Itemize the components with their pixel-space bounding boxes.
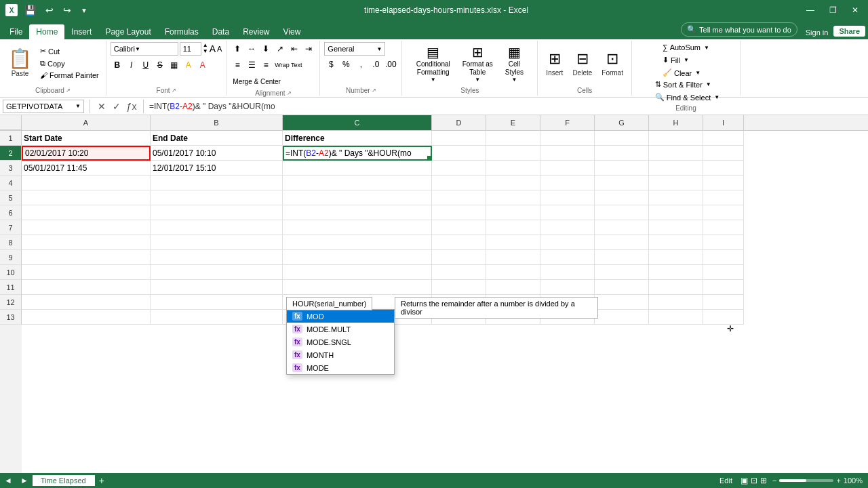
paste-button[interactable]: 📋 Paste: [4, 42, 36, 84]
cell-b11[interactable]: [151, 280, 283, 295]
tab-page-layout[interactable]: Page Layout: [98, 24, 157, 39]
cell-g9[interactable]: [595, 250, 649, 265]
cell-d10[interactable]: [432, 265, 486, 280]
find-select-dropdown[interactable]: ▼: [714, 94, 719, 100]
cell-i13[interactable]: [703, 310, 744, 325]
cell-h2[interactable]: [649, 146, 703, 161]
row-num-6[interactable]: 6: [0, 205, 22, 220]
font-expand-icon[interactable]: ↗: [172, 87, 176, 94]
cell-b7[interactable]: [151, 220, 283, 235]
underline-button[interactable]: U: [139, 58, 153, 72]
cell-i12[interactable]: [703, 295, 744, 310]
cell-h1[interactable]: [649, 131, 703, 146]
number-format-select[interactable]: General ▼: [324, 42, 385, 56]
merge-center-button[interactable]: Merge & Center: [231, 75, 283, 88]
insert-function-button[interactable]: ƒx: [125, 101, 138, 112]
cell-g7[interactable]: [595, 220, 649, 235]
col-header-f[interactable]: F: [540, 115, 595, 130]
cell-e7[interactable]: [486, 220, 540, 235]
sort-filter-dropdown[interactable]: ▼: [706, 81, 711, 87]
cell-d9[interactable]: [432, 250, 486, 265]
grow-font-button[interactable]: A: [210, 43, 216, 54]
autosum-dropdown[interactable]: ▼: [704, 45, 709, 51]
cell-e2[interactable]: [486, 146, 540, 161]
cell-e8[interactable]: [486, 235, 540, 250]
row-num-9[interactable]: 9: [0, 250, 22, 265]
font-size-decrease[interactable]: ▼: [203, 49, 208, 55]
cell-f4[interactable]: [540, 176, 595, 190]
close-button[interactable]: ✕: [848, 4, 863, 16]
cond-format-dropdown[interactable]: ▼: [431, 77, 436, 83]
cell-g5[interactable]: [595, 190, 649, 205]
add-sheet-button[interactable]: +: [95, 475, 108, 486]
cell-f1[interactable]: [540, 131, 595, 146]
number-expand-icon[interactable]: ↗: [372, 87, 376, 94]
format-painter-button[interactable]: 🖌 Format Painter: [37, 70, 102, 81]
text-orientation-button[interactable]: ↗: [273, 42, 287, 56]
border-button[interactable]: ▦: [167, 58, 181, 72]
row-num-7[interactable]: 7: [0, 220, 22, 235]
indent-decrease-button[interactable]: ⇤: [288, 42, 301, 56]
tab-data[interactable]: Data: [205, 24, 236, 39]
cell-g13[interactable]: [595, 310, 649, 325]
cell-d11[interactable]: [432, 280, 486, 295]
cell-b2[interactable]: 05/01/2017 10:10: [151, 146, 283, 161]
name-box-dropdown[interactable]: ▼: [75, 103, 81, 109]
autocomplete-item-month[interactable]: fx MONTH: [287, 348, 394, 361]
cell-b9[interactable]: [151, 250, 283, 265]
cell-d4[interactable]: [432, 176, 486, 190]
fill-color-button[interactable]: A: [182, 58, 195, 72]
cell-e1[interactable]: [486, 131, 540, 146]
align-right-button[interactable]: ≡: [259, 58, 273, 72]
cell-f3[interactable]: [540, 161, 595, 176]
cell-a5[interactable]: [22, 190, 151, 205]
row-num-2[interactable]: 2: [0, 146, 22, 161]
cell-i7[interactable]: [703, 220, 744, 235]
cell-h6[interactable]: [649, 205, 703, 220]
cell-h13[interactable]: [649, 310, 703, 325]
cell-h8[interactable]: [649, 235, 703, 250]
autocomplete-popup[interactable]: fx MOD fx MODE.MULT fx MODE.SNGL fx MONT…: [286, 309, 395, 375]
zoom-out-button[interactable]: −: [772, 476, 776, 485]
cell-b13[interactable]: [151, 310, 283, 325]
cell-e3[interactable]: [486, 161, 540, 176]
col-header-i[interactable]: I: [703, 115, 744, 130]
cell-h10[interactable]: [649, 265, 703, 280]
row-num-4[interactable]: 4: [0, 176, 22, 190]
cell-b8[interactable]: [151, 235, 283, 250]
cell-h3[interactable]: [649, 161, 703, 176]
format-button[interactable]: ⊡ Format: [597, 42, 627, 84]
autocomplete-item-mod[interactable]: fx MOD: [287, 310, 394, 323]
cut-button[interactable]: ✂ Cut: [37, 45, 102, 57]
cell-f8[interactable]: [540, 235, 595, 250]
page-break-view-icon[interactable]: ⊞: [760, 476, 767, 485]
autosum-button[interactable]: ∑ AutoSum ▼: [660, 42, 712, 53]
cancel-formula-button[interactable]: ✕: [96, 101, 108, 112]
accounting-button[interactable]: $: [324, 58, 338, 71]
cell-h11[interactable]: [649, 280, 703, 295]
autocomplete-item-mode-sngl[interactable]: fx MODE.SNGL: [287, 336, 394, 348]
cell-a13[interactable]: [22, 310, 151, 325]
cell-f7[interactable]: [540, 220, 595, 235]
sheet-tab-time-elapsed[interactable]: Time Elapsed: [33, 475, 95, 486]
number-format-dropdown[interactable]: ▼: [376, 46, 382, 52]
autofill-handle[interactable]: [427, 156, 431, 160]
row-num-3[interactable]: 3: [0, 161, 22, 176]
cell-g4[interactable]: [595, 176, 649, 190]
cell-i11[interactable]: [703, 280, 744, 295]
decimal-increase-button[interactable]: .0: [369, 58, 382, 71]
cell-c10[interactable]: [283, 265, 432, 280]
clipboard-expand-icon[interactable]: ↗: [66, 87, 71, 94]
undo-qat-button[interactable]: ↩: [43, 3, 56, 17]
cell-a2[interactable]: 02/01/2017 10:20: [22, 146, 151, 161]
cell-a4[interactable]: [22, 176, 151, 190]
cell-c6[interactable]: [283, 205, 432, 220]
cell-h4[interactable]: [649, 176, 703, 190]
cell-b4[interactable]: [151, 176, 283, 190]
fill-dropdown[interactable]: ▼: [684, 57, 689, 63]
percent-button[interactable]: %: [339, 58, 353, 71]
cell-f6[interactable]: [540, 205, 595, 220]
confirm-formula-button[interactable]: ✓: [111, 101, 123, 112]
col-header-a[interactable]: A: [22, 115, 151, 130]
comma-button[interactable]: ,: [354, 58, 368, 71]
